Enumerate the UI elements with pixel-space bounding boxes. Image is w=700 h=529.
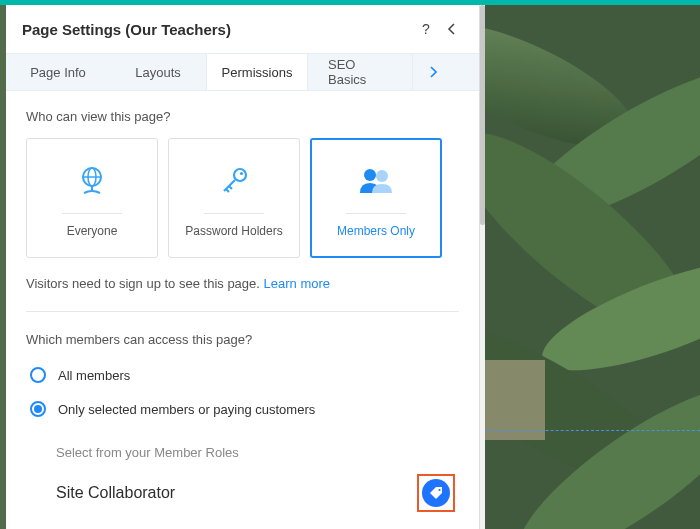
svg-point-13 (240, 171, 243, 174)
tab-page-info[interactable]: Page Info (6, 54, 110, 90)
svg-point-19 (438, 488, 440, 490)
card-divider (62, 213, 122, 214)
tab-seo-basics[interactable]: SEO Basics (308, 54, 412, 90)
page-preview-background (485, 5, 700, 529)
notice-text: Visitors need to sign up to see this pag… (26, 276, 264, 291)
option-label: Everyone (67, 224, 118, 238)
tab-label: Layouts (135, 65, 181, 80)
svg-point-17 (364, 169, 376, 181)
section-boundary-dashed (485, 430, 700, 431)
radio-label: All members (58, 368, 130, 383)
member-access-label: Which members can access this page? (26, 332, 459, 347)
option-label: Password Holders (185, 224, 282, 238)
highlight-box (417, 474, 455, 512)
role-name: Site Collaborator (56, 484, 175, 502)
window-top-accent (0, 0, 700, 5)
member-roles-label: Select from your Member Roles (56, 445, 459, 460)
tab-label: Permissions (222, 65, 293, 80)
settings-tabs: Page Info Layouts Permissions SEO Basics (6, 53, 479, 91)
card-divider (204, 213, 264, 214)
member-access-radios: All members Only selected members or pay… (26, 361, 459, 429)
view-permission-options: Everyone Password Holders (26, 138, 459, 258)
panel-content: Who can view this page? Everyone (6, 91, 479, 529)
help-icon[interactable]: ? (413, 16, 439, 42)
page-settings-panel: Page Settings (Our Teachers) ? Page Info… (6, 5, 480, 529)
card-divider (346, 213, 406, 214)
panel-title: Page Settings (Our Teachers) (22, 21, 413, 38)
option-password-holders[interactable]: Password Holders (168, 138, 300, 258)
option-members-only[interactable]: Members Only (310, 138, 442, 258)
radio-unchecked-icon (30, 367, 46, 383)
section-divider (26, 311, 459, 312)
edit-role-button[interactable] (422, 479, 450, 507)
globe-icon (70, 159, 114, 203)
tab-label: SEO Basics (328, 57, 392, 87)
tab-layouts[interactable]: Layouts (110, 54, 206, 90)
svg-point-12 (234, 169, 246, 181)
svg-line-15 (226, 189, 229, 192)
role-row: Site Collaborator (56, 474, 459, 512)
tag-icon (429, 486, 444, 501)
option-label: Members Only (337, 224, 415, 238)
scrollbar-thumb[interactable] (480, 5, 485, 225)
key-icon (212, 159, 256, 203)
panel-scrollbar[interactable] (480, 5, 485, 529)
learn-more-link[interactable]: Learn more (264, 276, 330, 291)
svg-line-16 (229, 186, 232, 189)
radio-checked-icon (30, 401, 46, 417)
back-chevron-icon[interactable] (439, 16, 465, 42)
radio-selected-members[interactable]: Only selected members or paying customer… (26, 395, 459, 429)
tabs-scroll-right-icon[interactable] (412, 54, 452, 90)
view-permission-label: Who can view this page? (26, 109, 459, 124)
svg-rect-7 (485, 360, 545, 440)
option-everyone[interactable]: Everyone (26, 138, 158, 258)
signup-notice: Visitors need to sign up to see this pag… (26, 276, 459, 291)
radio-label: Only selected members or paying customer… (58, 402, 315, 417)
panel-header: Page Settings (Our Teachers) ? (6, 5, 479, 53)
svg-point-18 (376, 170, 388, 182)
members-icon (354, 159, 398, 203)
radio-all-members[interactable]: All members (26, 361, 459, 395)
tab-permissions[interactable]: Permissions (206, 54, 308, 90)
tab-label: Page Info (30, 65, 86, 80)
member-roles-section: Select from your Member Roles Site Colla… (26, 445, 459, 512)
